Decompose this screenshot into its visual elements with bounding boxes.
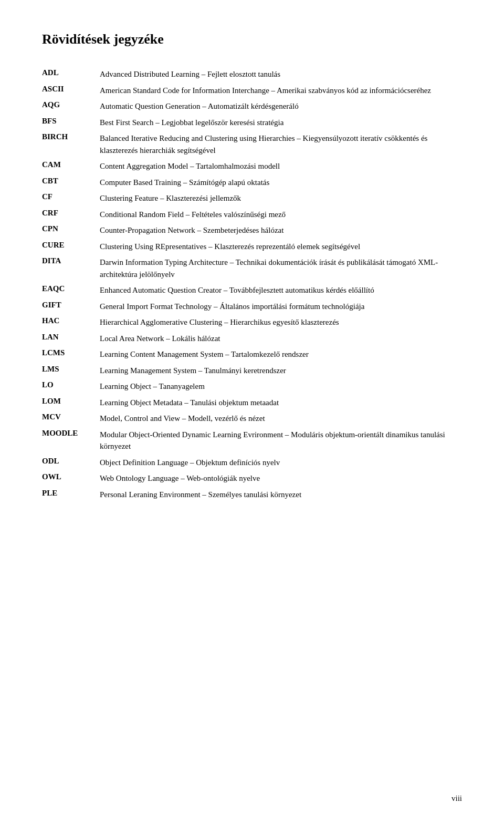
table-row: CUREClustering Using REpresentatives – K… (42, 239, 462, 255)
abbr-value: Counter-Propagation Network – Szembeterj… (100, 222, 462, 239)
abbr-key: LAN (42, 331, 100, 347)
table-row: PLEPersonal Leraning Environment – Szemé… (42, 487, 462, 503)
abbr-key: MOODLE (42, 427, 100, 455)
abbr-value: Automatic Question Generation – Automati… (100, 98, 462, 115)
abbr-key: CAM (42, 158, 100, 174)
table-row: CAMContent Aggregation Model – Tartalomh… (42, 158, 462, 174)
abbr-value: Learning Management System – Tanulmányi … (100, 363, 462, 379)
table-row: MOODLEModular Object-Oriented Dynamic Le… (42, 427, 462, 455)
table-row: CPNCounter-Propagation Network – Szembet… (42, 222, 462, 239)
abbr-key: LMS (42, 363, 100, 379)
table-row: ADLAdvanced Distributed Learning – Fejle… (42, 66, 462, 83)
abbr-value: Balanced Iterative Reducing and Clusteri… (100, 130, 462, 158)
abbr-value: Learning Object – Tananyagelem (100, 378, 462, 395)
abbr-value: Learning Content Management System – Tar… (100, 346, 462, 363)
abbr-key: PLE (42, 487, 100, 503)
abbr-value: Web Ontology Language – Web-ontológiák n… (100, 470, 462, 487)
page-number: viii (452, 794, 462, 803)
page-title: Rövidítések jegyzéke (42, 32, 462, 47)
abbr-key: DITA (42, 254, 100, 282)
abbr-key: CRF (42, 207, 100, 223)
table-row: AQGAutomatic Question Generation – Autom… (42, 98, 462, 115)
abbr-key: OWL (42, 470, 100, 487)
table-row: EAQCEnhanced Automatic Question Creator … (42, 282, 462, 298)
abbr-key: CBT (42, 174, 100, 191)
table-row: CFClustering Feature – Klaszterezési jel… (42, 190, 462, 207)
abbr-key: CPN (42, 222, 100, 239)
abbr-value: Model, Control and View – Modell, vezérl… (100, 410, 462, 427)
abbr-key: BFS (42, 115, 100, 131)
abbr-value: Clustering Using REpresentatives – Klasz… (100, 239, 462, 255)
abbr-key: CURE (42, 239, 100, 255)
table-row: LCMSLearning Content Management System –… (42, 346, 462, 363)
abbr-key: ADL (42, 66, 100, 83)
table-row: OWLWeb Ontology Language – Web-ontológiá… (42, 470, 462, 487)
abbr-key: AQG (42, 98, 100, 115)
abbr-value: Learning Object Metadata – Tanulási obje… (100, 395, 462, 411)
abbr-key: EAQC (42, 282, 100, 298)
table-row: LANLocal Area Network – Lokális hálózat (42, 331, 462, 347)
abbr-key: LO (42, 378, 100, 395)
table-row: LOLearning Object – Tananyagelem (42, 378, 462, 395)
table-row: DITADarwin Information Typing Architectu… (42, 254, 462, 282)
table-row: CRFConditional Random Field – Feltételes… (42, 207, 462, 223)
table-row: BFSBest First Search – Legjobbat legelős… (42, 115, 462, 131)
abbr-value: Hierarchical Agglomerative Clustering – … (100, 314, 462, 331)
abbr-key: MCV (42, 410, 100, 427)
abbr-value: Local Area Network – Lokális hálózat (100, 331, 462, 347)
abbr-value: Modular Object-Oriented Dynamic Learning… (100, 427, 462, 455)
abbr-value: Best First Search – Legjobbat legelőször… (100, 115, 462, 131)
abbr-value: American Standard Code for Information I… (100, 83, 462, 99)
abbr-key: HAC (42, 314, 100, 331)
abbr-value: Darwin Information Typing Architecture –… (100, 254, 462, 282)
abbr-key: ASCII (42, 83, 100, 99)
abbreviations-table: ADLAdvanced Distributed Learning – Fejle… (42, 66, 462, 502)
abbr-value: Clustering Feature – Klaszterezési jelle… (100, 190, 462, 207)
table-row: LOMLearning Object Metadata – Tanulási o… (42, 395, 462, 411)
table-row: GIFTGeneral Import Format Technology – Á… (42, 298, 462, 315)
abbr-value: Enhanced Automatic Question Creator – To… (100, 282, 462, 298)
abbr-value: Object Definition Language – Objektum de… (100, 455, 462, 471)
abbr-value: Advanced Distributed Learning – Fejlett … (100, 66, 462, 83)
abbr-key: ODL (42, 455, 100, 471)
abbr-key: GIFT (42, 298, 100, 315)
abbr-value: Content Aggregation Model – Tartalomhalm… (100, 158, 462, 174)
table-row: CBTComputer Based Training – Számítógép … (42, 174, 462, 191)
table-row: BIRCHBalanced Iterative Reducing and Clu… (42, 130, 462, 158)
table-row: ASCIIAmerican Standard Code for Informat… (42, 83, 462, 99)
abbr-key: LCMS (42, 346, 100, 363)
abbr-key: BIRCH (42, 130, 100, 158)
abbr-key: CF (42, 190, 100, 207)
table-row: MCVModel, Control and View – Modell, vez… (42, 410, 462, 427)
abbr-value: Personal Leraning Environment – Személye… (100, 487, 462, 503)
abbr-value: Computer Based Training – Számítógép ala… (100, 174, 462, 191)
table-row: LMSLearning Management System – Tanulmán… (42, 363, 462, 379)
abbr-value: Conditional Random Field – Feltételes va… (100, 207, 462, 223)
table-row: HACHierarchical Agglomerative Clustering… (42, 314, 462, 331)
abbr-value: General Import Format Technology – Által… (100, 298, 462, 315)
table-row: ODLObject Definition Language – Objektum… (42, 455, 462, 471)
abbr-key: LOM (42, 395, 100, 411)
